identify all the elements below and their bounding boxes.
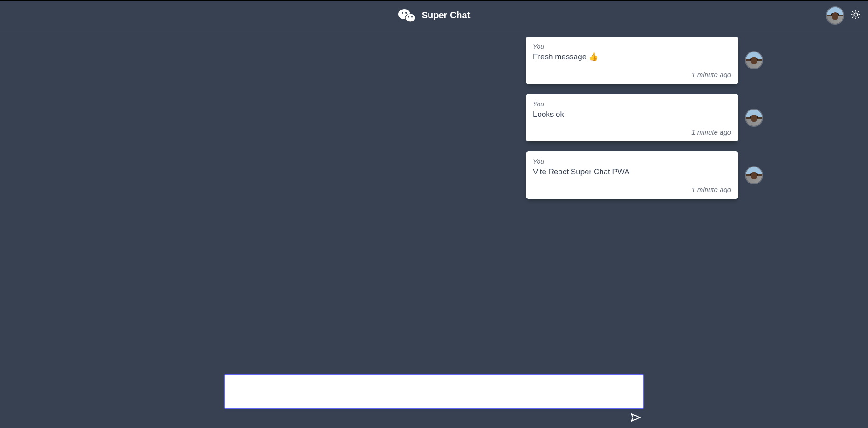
message-avatar (745, 51, 763, 69)
composer-inner (224, 374, 644, 423)
message-text: Fresh message 👍 (533, 52, 731, 63)
svg-point-8 (854, 13, 857, 16)
message-time: 1 minute ago (533, 128, 731, 136)
chat-area: YouFresh message 👍1 minute agoYouLooks o… (0, 30, 868, 428)
header-right (826, 6, 862, 25)
message-row: YouFresh message 👍1 minute ago (526, 37, 763, 84)
message-avatar (745, 166, 763, 184)
message-text: Vite React Super Chat PWA (533, 167, 731, 177)
app-title: Super Chat (422, 10, 471, 21)
svg-point-4 (405, 14, 415, 22)
composer (0, 374, 868, 428)
brand: Super Chat (398, 8, 471, 23)
send-button[interactable] (630, 412, 644, 423)
svg-marker-17 (631, 414, 640, 421)
send-icon (630, 417, 641, 423)
svg-point-2 (402, 12, 403, 14)
message-sender: You (533, 158, 731, 165)
message-bubble: YouVite React Super Chat PWA1 minute ago (526, 151, 738, 199)
user-avatar[interactable] (826, 6, 844, 25)
message-row: YouLooks ok1 minute ago (526, 94, 763, 141)
message-time: 1 minute ago (533, 186, 731, 193)
svg-line-15 (853, 17, 853, 17)
message-time: 1 minute ago (533, 71, 731, 78)
svg-point-6 (408, 16, 409, 17)
svg-line-16 (858, 12, 858, 12)
sun-icon (851, 14, 861, 21)
chat-logo-icon (398, 8, 416, 23)
message-row: YouVite React Super Chat PWA1 minute ago (526, 151, 763, 199)
svg-line-11 (853, 12, 853, 12)
header: Super Chat (0, 0, 868, 30)
message-bubble: YouLooks ok1 minute ago (526, 94, 738, 141)
message-input[interactable] (224, 374, 644, 409)
message-sender: You (533, 100, 731, 108)
svg-line-12 (858, 17, 858, 17)
message-sender: You (533, 43, 731, 50)
theme-toggle-button[interactable] (850, 9, 862, 22)
svg-point-3 (405, 12, 407, 14)
message-text: Looks ok (533, 110, 731, 120)
message-list[interactable]: YouFresh message 👍1 minute agoYouLooks o… (0, 30, 868, 374)
message-avatar (745, 109, 763, 127)
message-bubble: YouFresh message 👍1 minute ago (526, 37, 738, 84)
svg-point-7 (411, 16, 413, 17)
